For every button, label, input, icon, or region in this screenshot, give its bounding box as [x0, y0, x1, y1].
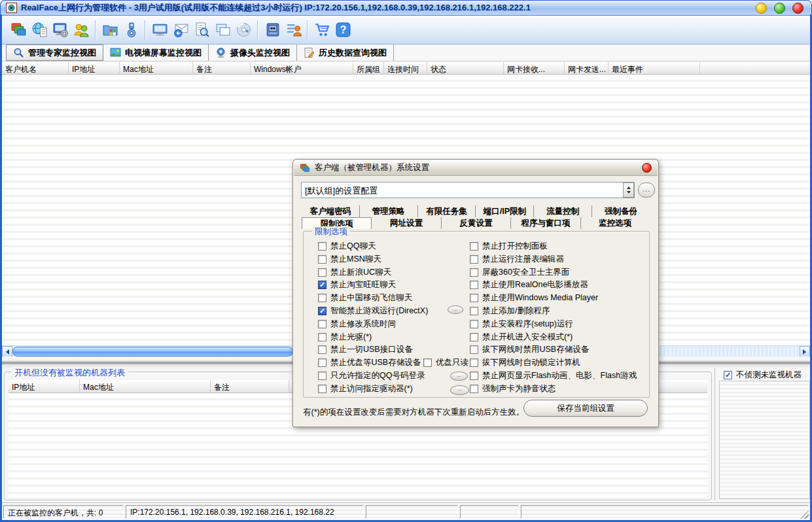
client-column-header[interactable]: Mac地址	[120, 62, 193, 74]
checkbox[interactable]	[318, 320, 327, 328]
checkbox[interactable]	[318, 255, 327, 264]
log-search-icon[interactable]	[192, 20, 211, 40]
client-column-header[interactable]: 网卡接收...	[504, 62, 565, 74]
option-row[interactable]: ✓智能禁止游戏运行(DirectX)	[318, 306, 428, 316]
view-tab-1[interactable]: 管理专家监控视图	[6, 44, 103, 61]
help-icon[interactable]: ?	[333, 20, 353, 40]
group-profile-selector[interactable]: [默认组]的设置配置	[301, 182, 635, 198]
checkbox[interactable]: ✓	[318, 307, 327, 315]
client-column-header[interactable]: 网卡发送...	[565, 62, 609, 74]
profile-spinner[interactable]	[623, 183, 634, 198]
client-column-header[interactable]: IP地址	[69, 62, 120, 74]
scroll-right-button[interactable]	[800, 346, 810, 357]
more-options-button[interactable]: ...	[450, 372, 468, 381]
option-row[interactable]: 禁止访问指定驱动器(*)	[318, 384, 413, 394]
option-row[interactable]: 禁止运行注册表编辑器	[470, 254, 564, 264]
option-row[interactable]: 禁止中国移动飞信聊天	[318, 293, 412, 303]
scrollbar-thumb[interactable]	[12, 347, 293, 357]
settings-tab[interactable]: 端口/IP限制	[476, 205, 534, 217]
option-row[interactable]: ✓禁止淘宝旺旺聊天	[318, 280, 396, 290]
checkbox[interactable]	[318, 333, 327, 341]
screen-snapshot-icon[interactable]	[213, 20, 232, 40]
settings-tab[interactable]: 流量控制	[534, 205, 592, 217]
settings-tab[interactable]: 强制备份	[592, 205, 650, 217]
option-row[interactable]: 禁止一切USB接口设备	[318, 345, 413, 355]
minimize-button[interactable]	[756, 3, 767, 14]
screen-wall-icon[interactable]	[150, 20, 169, 40]
client-column-header[interactable]: 最近事件	[609, 62, 700, 74]
option-row[interactable]: 禁止QQ聊天	[318, 241, 376, 251]
save-group-settings-button[interactable]: 保存当前组设置	[523, 400, 648, 417]
cdrom-icon[interactable]	[234, 20, 253, 40]
option-row[interactable]: 拔下网线时自动锁定计算机	[470, 358, 580, 368]
window-manager-icon[interactable]	[9, 20, 28, 40]
checkbox[interactable]	[318, 372, 327, 380]
option-row[interactable]: 禁止优盘等USB存储设备优盘只读	[318, 358, 421, 368]
view-tab-2[interactable]: 电视墙屏幕监控视图	[103, 44, 209, 61]
checkbox[interactable]	[470, 242, 478, 251]
checkbox[interactable]	[470, 333, 478, 341]
settings-tab[interactable]: 网址设置	[372, 217, 441, 229]
user-report-icon[interactable]	[283, 20, 303, 40]
option-row[interactable]: 禁止MSN聊天	[318, 254, 381, 264]
option-row[interactable]: 强制声卡为静音状态	[470, 384, 556, 394]
file-manager-icon[interactable]	[100, 20, 120, 40]
settings-tab[interactable]: 监控选项	[581, 217, 650, 229]
offline-column-header[interactable]: Mac地址	[80, 380, 211, 392]
option-row[interactable]: 禁止新浪UC聊天	[318, 268, 391, 277]
settings-tab[interactable]: 客户端密码	[302, 205, 360, 217]
usb-lock-icon[interactable]	[121, 20, 141, 40]
checkbox[interactable]	[470, 294, 478, 302]
checkbox[interactable]	[318, 385, 327, 393]
option-row[interactable]: 拔下网线时禁用USB存储设备	[470, 345, 589, 355]
settings-tab[interactable]: 反黄设置	[442, 217, 511, 229]
option-row[interactable]: 禁止开机进入安全模式(*)	[470, 332, 573, 342]
purchase-icon[interactable]	[312, 20, 332, 40]
checkbox[interactable]	[470, 268, 478, 277]
checkbox[interactable]	[470, 345, 478, 354]
checkbox[interactable]	[470, 372, 478, 380]
option-row[interactable]: 禁止安装程序(setup)运行	[470, 319, 573, 329]
settings-tab[interactable]: 程序与窗口项	[511, 217, 580, 229]
client-column-header[interactable]: 客户机名	[2, 62, 69, 74]
dialog-close-button[interactable]	[642, 163, 652, 173]
users-icon[interactable]	[71, 20, 91, 40]
send-message-icon[interactable]	[171, 20, 190, 40]
checkbox[interactable]: ✓	[318, 281, 327, 289]
option-row[interactable]: 禁止添加/删除程序	[470, 306, 550, 316]
offline-column-header[interactable]: 备注	[211, 380, 289, 392]
client-column-header[interactable]: Windows帐户	[251, 62, 353, 74]
offline-column-header[interactable]: IP地址	[9, 380, 80, 392]
option-row[interactable]: 屏蔽360安全卫士主界面	[470, 268, 569, 277]
sub-option[interactable]: 优盘只读	[423, 357, 468, 368]
checkbox[interactable]	[318, 345, 327, 354]
remote-settings-icon[interactable]	[50, 20, 70, 40]
profile-browse-button[interactable]: ...	[638, 183, 655, 198]
checkbox[interactable]	[470, 358, 478, 367]
maximize-button[interactable]	[774, 3, 785, 14]
checkbox[interactable]	[470, 255, 478, 264]
option-row[interactable]: 禁止光驱(*)	[318, 332, 372, 342]
more-options-button[interactable]: ...	[448, 305, 463, 314]
client-column-header[interactable]: 状态	[427, 62, 504, 74]
option-row[interactable]: 只允许指定的QQ号码登录	[318, 371, 425, 381]
client-column-header[interactable]: 备注	[193, 62, 251, 74]
checkbox[interactable]	[318, 358, 327, 367]
checkbox[interactable]	[318, 268, 327, 277]
checkbox[interactable]	[423, 358, 432, 367]
close-button[interactable]	[792, 3, 803, 14]
detect-unmonitored-checkbox[interactable]: ✓	[724, 371, 732, 379]
client-column-header[interactable]: 所属组	[353, 62, 384, 74]
client-column-header[interactable]: 连接时间	[384, 62, 427, 74]
checkbox[interactable]	[470, 320, 478, 328]
checkbox[interactable]	[470, 307, 478, 315]
settings-tab[interactable]: 有限任务集	[418, 205, 476, 217]
checkbox[interactable]	[318, 294, 327, 302]
view-tab-3[interactable]: 摄像头监控视图	[209, 44, 297, 61]
more-options-button[interactable]: ...	[450, 385, 469, 395]
detect-unmonitored-option[interactable]: ✓ 不侦测未监视机器	[724, 370, 802, 381]
option-row[interactable]: 禁止使用RealOne电影播放器	[470, 280, 588, 290]
address-book-icon[interactable]	[262, 20, 282, 40]
checkbox[interactable]	[470, 385, 478, 393]
checkbox[interactable]	[318, 242, 327, 251]
